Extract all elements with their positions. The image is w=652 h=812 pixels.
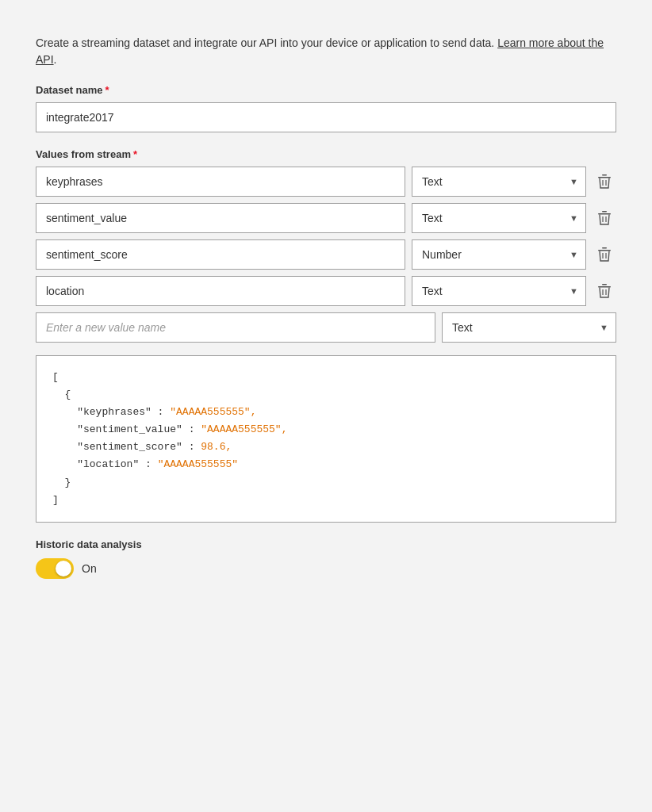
new-value-row: Text Number Boolean DateTime ▼ — [36, 312, 616, 343]
delete-row-button-3[interactable] — [593, 278, 616, 304]
stream-name-input-1[interactable] — [36, 203, 405, 233]
historic-data-label: Historic data analysis — [36, 538, 616, 550]
stream-row: TextNumberBooleanDateTime▼ — [36, 239, 616, 270]
stream-values-label: Values from stream* — [36, 148, 616, 160]
stream-name-input-3[interactable] — [36, 276, 405, 306]
svg-rect-8 — [598, 250, 611, 251]
type-select-0[interactable]: TextNumberBooleanDateTime — [412, 167, 586, 197]
delete-row-button-0[interactable] — [593, 169, 616, 194]
svg-rect-4 — [598, 213, 611, 215]
json-preview: [ { "keyphrases" : "AAAAA555555", "senti… — [36, 355, 616, 523]
toggle-row: On — [36, 558, 616, 579]
stream-values-section: Values from stream* TextNumberBooleanDat… — [36, 148, 616, 343]
delete-row-button-1[interactable] — [593, 205, 616, 231]
stream-row: TextNumberBooleanDateTime▼ — [36, 167, 616, 197]
new-value-type-wrapper: Text Number Boolean DateTime ▼ — [442, 312, 616, 343]
new-value-name-input[interactable] — [36, 312, 435, 343]
main-container: Create a streaming dataset and integrate… — [17, 16, 635, 598]
stream-row: TextNumberBooleanDateTime▼ — [36, 203, 616, 233]
new-value-type-select[interactable]: Text Number Boolean DateTime — [442, 312, 616, 343]
stream-name-input-2[interactable] — [36, 239, 405, 270]
toggle-on-label: On — [82, 562, 97, 575]
historic-toggle[interactable] — [36, 558, 74, 579]
type-select-2[interactable]: TextNumberBooleanDateTime — [412, 239, 586, 270]
svg-rect-5 — [602, 211, 607, 213]
delete-row-button-2[interactable] — [593, 242, 616, 267]
stream-rows-container: TextNumberBooleanDateTime▼ TextNumberBoo… — [36, 167, 616, 306]
type-select-1[interactable]: TextNumberBooleanDateTime — [412, 203, 586, 233]
svg-rect-9 — [602, 247, 607, 249]
svg-rect-13 — [602, 284, 607, 285]
type-select-wrapper-0: TextNumberBooleanDateTime▼ — [412, 167, 586, 197]
description-text: Create a streaming dataset and integrate… — [36, 35, 616, 68]
trash-icon — [597, 210, 612, 226]
svg-rect-12 — [598, 286, 611, 288]
type-select-wrapper-3: TextNumberBooleanDateTime▼ — [412, 276, 586, 306]
type-select-3[interactable]: TextNumberBooleanDateTime — [412, 276, 586, 306]
stream-name-input-0[interactable] — [36, 167, 405, 197]
required-indicator: * — [105, 84, 109, 96]
svg-rect-0 — [598, 177, 611, 178]
type-select-wrapper-1: TextNumberBooleanDateTime▼ — [412, 203, 586, 233]
dataset-name-label: Dataset name* — [36, 84, 616, 96]
stream-row: TextNumberBooleanDateTime▼ — [36, 276, 616, 306]
trash-icon — [597, 283, 612, 299]
type-select-wrapper-2: TextNumberBooleanDateTime▼ — [412, 239, 586, 270]
toggle-slider — [36, 558, 74, 579]
trash-icon — [597, 174, 612, 190]
required-indicator-2: * — [133, 148, 137, 160]
dataset-name-input[interactable] — [36, 102, 616, 132]
trash-icon — [597, 247, 612, 262]
svg-rect-1 — [602, 174, 607, 176]
